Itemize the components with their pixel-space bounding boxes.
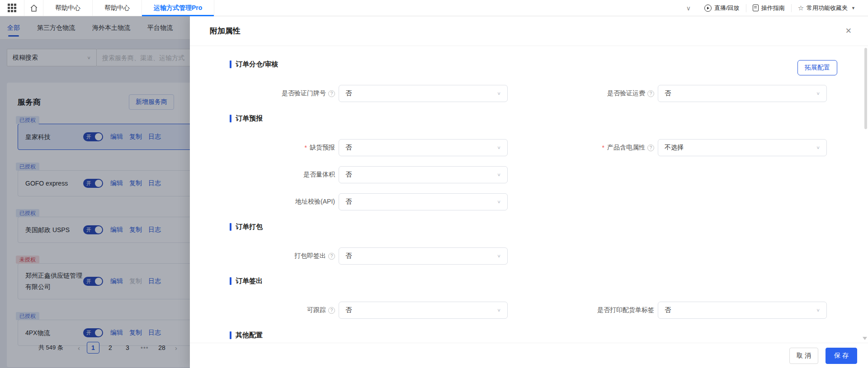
chevron-down-icon: ∨ xyxy=(497,253,501,258)
modal-footer: 取 消 保 存 xyxy=(190,343,868,368)
field-label-text: 是否验证门牌号 xyxy=(282,89,326,98)
field-label-text: 是否验证运费 xyxy=(607,89,645,98)
section-title-text: 其他配置 xyxy=(236,331,263,340)
chevron-down-icon: ∨ xyxy=(497,145,501,150)
field-label: 是否量体积 xyxy=(303,171,335,179)
field-label: *缺货预报 xyxy=(305,144,335,152)
field-label: 是否打印配货单标签 xyxy=(597,306,654,314)
field-select[interactable]: 否∨ xyxy=(658,85,827,102)
field-label: 是否验证运费? xyxy=(607,89,654,98)
caret-down-icon: ▼ xyxy=(851,6,855,10)
form-row: *缺货预报否∨*产品含电属性?不选择∨ xyxy=(230,139,827,156)
field-select[interactable]: 否∨ xyxy=(339,247,508,265)
topbar-tab[interactable]: 运输方式管理Pro xyxy=(142,0,214,16)
field-label: *产品含电属性? xyxy=(602,144,654,152)
field-label-text: 缺货预报 xyxy=(310,144,335,152)
chevron-down-icon: ∨ xyxy=(497,172,501,177)
field-label-text: 地址校验(API) xyxy=(295,198,335,206)
field-label-text: 产品含电属性 xyxy=(607,144,645,152)
chevron-down-icon: ∨ xyxy=(816,91,820,96)
required-asterisk: * xyxy=(602,144,604,151)
expand-config-button[interactable]: 拓展配置 xyxy=(797,60,837,75)
form-row: 可跟踪?否∨是否打印配货单标签否∨ xyxy=(230,302,827,319)
modal-body: 订单分仓/审核是否验证门牌号?否∨是否验证运费?否∨订单预报*缺货预报否∨*产品… xyxy=(190,46,868,343)
section-title-text: 订单预报 xyxy=(236,114,263,123)
field-label-text: 是否量体积 xyxy=(303,171,335,179)
modal-title: 附加属性 xyxy=(210,26,241,36)
help-icon[interactable]: ? xyxy=(328,307,335,314)
help-icon[interactable]: ? xyxy=(328,253,335,260)
section-title: 订单签出 xyxy=(230,276,827,285)
star-icon: ☆ xyxy=(798,5,804,11)
field-select-value: 否 xyxy=(345,89,352,98)
home-button[interactable] xyxy=(24,0,43,16)
chevron-down-icon: ∨ xyxy=(816,307,820,312)
form-section: 订单预报*缺货预报否∨*产品含电属性?不选择∨是否量体积否∨地址校验(API)否… xyxy=(230,114,827,210)
section-title: 订单打包 xyxy=(230,222,827,231)
field-select-value: 否 xyxy=(345,306,352,314)
required-asterisk: * xyxy=(305,144,307,151)
favorites-button[interactable]: ☆ 常用功能收藏夹 ▼ xyxy=(791,4,862,12)
field-select[interactable]: 否∨ xyxy=(339,85,508,102)
play-icon xyxy=(704,5,712,12)
operation-guide-button[interactable]: 操作指南 xyxy=(746,4,791,12)
form-section: 其他配置 xyxy=(230,331,827,340)
additional-attributes-modal: 附加属性 ✕ 拓展配置 订单分仓/审核是否验证门牌号?否∨是否验证运费?否∨订单… xyxy=(190,16,868,368)
chevron-down-icon: ∨ xyxy=(497,307,501,312)
close-icon[interactable]: ✕ xyxy=(845,27,852,35)
help-icon[interactable]: ? xyxy=(328,90,335,97)
topbar-tab[interactable]: 帮助中心 xyxy=(43,0,93,16)
field-select[interactable]: 否∨ xyxy=(658,302,827,319)
section-accent-bar xyxy=(230,277,231,285)
save-button[interactable]: 保 存 xyxy=(826,348,857,364)
help-icon[interactable]: ? xyxy=(647,144,654,151)
field-label-text: 可跟踪 xyxy=(307,306,326,314)
field-select[interactable]: 否∨ xyxy=(339,193,508,210)
operation-guide-label: 操作指南 xyxy=(761,4,785,12)
field-label: 打包即签出? xyxy=(294,252,335,260)
section-title: 其他配置 xyxy=(230,331,827,340)
form-row: 是否量体积否∨ xyxy=(230,166,827,183)
app-grid-button[interactable] xyxy=(0,0,24,16)
modal-header: 附加属性 ✕ xyxy=(190,16,868,46)
form-row: 地址校验(API)否∨ xyxy=(230,193,827,210)
screen: 帮助中心帮助中心运输方式管理Pro ∨ 直播/回放 操作指南 ☆ 常用功能收藏夹… xyxy=(0,0,868,368)
grid-icon xyxy=(8,4,16,12)
section-accent-bar xyxy=(230,61,231,68)
chevron-down-icon: ∨ xyxy=(816,145,820,150)
topbar: 帮助中心帮助中心运输方式管理Pro ∨ 直播/回放 操作指南 ☆ 常用功能收藏夹… xyxy=(0,0,868,16)
field-label: 可跟踪? xyxy=(307,306,335,314)
field-select[interactable]: 否∨ xyxy=(339,166,508,183)
section-accent-bar xyxy=(230,223,231,231)
field-select[interactable]: 否∨ xyxy=(339,139,508,156)
form-row: 是否验证门牌号?否∨是否验证运费?否∨ xyxy=(230,85,827,102)
field-select-value: 否 xyxy=(345,171,352,179)
help-icon[interactable]: ? xyxy=(647,90,654,97)
field-select-value: 否 xyxy=(665,306,671,314)
cancel-button[interactable]: 取 消 xyxy=(789,348,818,364)
document-icon xyxy=(753,5,759,11)
form-section: 订单签出可跟踪?否∨是否打印配货单标签否∨ xyxy=(230,276,827,319)
field-select-value: 否 xyxy=(665,89,671,98)
live-replay-button[interactable]: 直播/回放 xyxy=(698,4,746,12)
section-title-text: 订单打包 xyxy=(236,223,263,231)
section-title-text: 订单分仓/审核 xyxy=(236,60,278,69)
form-section: 订单打包打包即签出?否∨ xyxy=(230,222,827,265)
field-label: 地址校验(API) xyxy=(295,198,335,206)
scrollbar-thumb[interactable] xyxy=(864,48,867,129)
field-label-text: 是否打印配货单标签 xyxy=(597,306,654,314)
field-select-value: 不选择 xyxy=(665,144,684,152)
topbar-tab[interactable]: 帮助中心 xyxy=(93,0,142,16)
chevron-down-icon: ∨ xyxy=(497,199,501,204)
field-select[interactable]: 不选择∨ xyxy=(658,139,827,156)
field-select[interactable]: 否∨ xyxy=(339,302,508,319)
topbar-tools: ∨ 直播/回放 操作指南 ☆ 常用功能收藏夹 ▼ xyxy=(679,0,868,16)
favorites-label: 常用功能收藏夹 xyxy=(807,4,848,12)
section-accent-bar xyxy=(230,331,231,339)
section-title: 订单分仓/审核 xyxy=(230,60,827,69)
chevron-down-icon[interactable]: ∨ xyxy=(679,5,698,12)
field-select-value: 否 xyxy=(345,144,352,152)
scroll-down-icon[interactable] xyxy=(863,337,867,340)
topbar-tabs: 帮助中心帮助中心运输方式管理Pro xyxy=(43,0,214,16)
form-section: 订单分仓/审核是否验证门牌号?否∨是否验证运费?否∨ xyxy=(230,60,827,102)
